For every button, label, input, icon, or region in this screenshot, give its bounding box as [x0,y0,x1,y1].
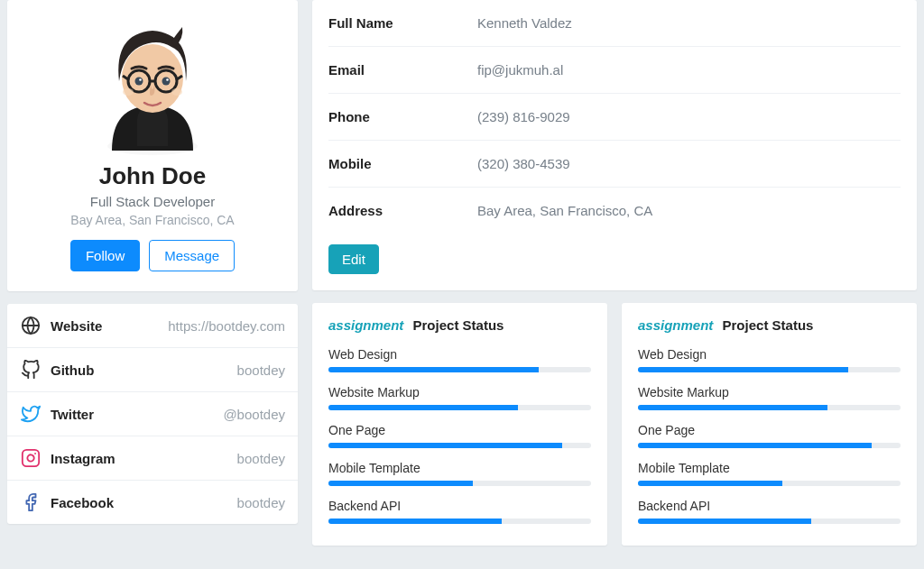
detail-value: Bay Area, San Francisco, CA [477,203,652,218]
project-list-1: Web DesignWebsite MarkupOne PageMobile T… [328,347,591,524]
detail-row: Email fip@jukmuh.al [328,47,901,94]
project-status-heading: Project Status [723,317,814,333]
project-item: Backend API [328,499,591,524]
project-status-heading: Project Status [413,317,504,333]
github-icon [20,359,42,381]
project-label: One Page [638,423,901,437]
progress-track [638,405,901,410]
project-label: Web Design [328,347,591,362]
project-label: Backend API [328,499,591,513]
detail-value: (320) 380-4539 [477,156,570,171]
profile-role: Full Stack Developer [22,194,283,209]
link-label: Website [51,318,102,334]
link-row-website[interactable]: Website https://bootdey.com [7,304,298,348]
progress-bar [638,519,811,524]
svg-point-1 [122,44,183,113]
assignment-badge: assignment [638,317,713,333]
detail-row: Full Name Kenneth Valdez [328,0,901,47]
link-label: Twitter [51,407,94,422]
progress-bar [638,443,872,448]
globe-icon [20,315,42,336]
project-label: Backend API [638,499,901,513]
progress-bar [328,367,539,372]
progress-bar [328,481,473,486]
detail-row: Phone (239) 816-9029 [328,94,901,141]
project-label: Web Design [638,347,901,362]
link-label: Instagram [51,451,116,466]
progress-track [638,443,901,448]
progress-bar [638,367,848,372]
progress-track [638,519,901,524]
project-status-title: assignment Project Status [328,317,591,333]
detail-label: Address [328,203,477,218]
progress-bar [638,405,827,410]
project-status-card-1: assignment Project Status Web DesignWebs… [312,303,607,546]
link-label: Github [51,363,94,378]
svg-point-12 [171,88,182,96]
detail-value: (239) 816-9029 [477,109,570,124]
link-row-facebook[interactable]: Facebook bootdey [7,481,298,524]
detail-row: Mobile (320) 380-4539 [328,141,901,188]
profile-details-card: Full Name Kenneth Valdez Email fip@jukmu… [312,0,917,290]
twitter-icon [20,403,42,425]
progress-track [638,367,901,372]
svg-point-8 [162,78,171,86]
project-label: Mobile Template [638,461,901,475]
facebook-icon [20,491,42,513]
progress-track [328,405,591,410]
link-row-instagram[interactable]: Instagram bootdey [7,436,298,481]
link-value: https://bootdey.com [168,318,285,334]
follow-button[interactable]: Follow [70,240,140,271]
instagram-icon [20,447,42,469]
link-label: Facebook [51,495,114,510]
progress-track [328,367,591,372]
progress-track [328,443,591,448]
project-item: Mobile Template [638,461,901,486]
message-button[interactable]: Message [149,240,235,271]
detail-label: Full Name [328,15,477,31]
progress-track [328,519,591,524]
link-row-twitter[interactable]: Twitter @bootdey [7,392,298,436]
svg-point-9 [139,78,142,81]
assignment-badge: assignment [328,317,403,333]
detail-value: fip@jukmuh.al [477,62,563,78]
project-list-2: Web DesignWebsite MarkupOne PageMobile T… [638,347,901,524]
detail-label: Email [328,62,477,78]
project-item: One Page [638,423,901,448]
project-item: Web Design [328,347,591,372]
detail-label: Mobile [328,156,477,171]
link-row-github[interactable]: Github bootdey [7,348,298,392]
project-item: Web Design [638,347,901,372]
project-item: Website Markup [328,385,591,410]
project-label: Mobile Template [328,461,591,475]
detail-label: Phone [328,109,477,124]
project-label: Website Markup [638,385,901,399]
project-label: One Page [328,423,591,437]
svg-point-11 [123,88,134,96]
project-item: One Page [328,423,591,448]
profile-name: John Doe [22,162,283,190]
svg-point-7 [135,78,143,86]
project-item: Website Markup [638,385,901,410]
link-value: bootdey [237,363,285,378]
progress-bar [638,481,782,486]
svg-rect-15 [23,450,39,466]
progress-bar [328,405,518,410]
progress-track [638,481,901,486]
social-links-card: Website https://bootdey.com Github bootd… [7,304,298,524]
project-label: Website Markup [328,385,591,399]
detail-row: Address Bay Area, San Francisco, CA [328,188,901,234]
progress-bar [328,443,562,448]
link-value: bootdey [237,495,285,510]
profile-card: John Doe Full Stack Developer Bay Area, … [7,0,298,291]
svg-point-10 [166,78,169,81]
edit-button[interactable]: Edit [328,244,379,274]
progress-bar [328,519,502,524]
profile-location: Bay Area, San Francisco, CA [22,213,283,227]
link-value: @bootdey [223,407,285,422]
detail-value: Kenneth Valdez [477,15,572,31]
project-item: Backend API [638,499,901,524]
project-status-title: assignment Project Status [638,317,901,333]
project-item: Mobile Template [328,461,591,486]
project-status-card-2: assignment Project Status Web DesignWebs… [622,303,917,546]
